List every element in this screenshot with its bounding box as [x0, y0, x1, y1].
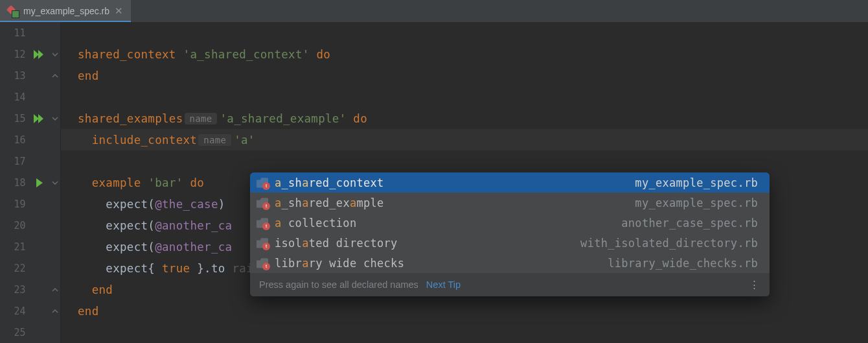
shared-group-icon: t: [257, 238, 268, 248]
line-number: 11: [0, 27, 31, 39]
gutter-row: 24: [0, 300, 60, 322]
shared-group-icon: t: [257, 218, 268, 228]
gutter-row: 18: [0, 172, 60, 193]
svg-marker-1: [38, 50, 43, 59]
line-number: 13: [0, 70, 31, 82]
fold-toggle-icon[interactable]: [51, 179, 59, 187]
run-all-icon[interactable]: [34, 50, 47, 59]
completion-item-label: library wide checks: [275, 257, 404, 270]
gutter-row: 14: [0, 86, 60, 108]
run-icon[interactable]: [36, 178, 44, 187]
fold-toggle-icon[interactable]: [51, 51, 59, 58]
svg-marker-0: [34, 50, 39, 59]
line-number: 15: [0, 113, 31, 124]
code-line[interactable]: include_contextname'a': [61, 129, 868, 150]
line-number: 19: [0, 198, 31, 210]
run-all-icon[interactable]: [34, 114, 47, 123]
gutter-row: 23: [0, 279, 60, 300]
line-number: 17: [0, 156, 31, 167]
completion-item-path: library_wide_checks.rb: [608, 257, 758, 270]
line-number: 23: [0, 284, 31, 296]
line-number: 12: [0, 49, 31, 60]
fold-toggle-icon[interactable]: [51, 115, 59, 123]
line-number: 20: [0, 220, 31, 231]
svg-marker-2: [34, 114, 39, 123]
fold-toggle-icon[interactable]: [51, 286, 59, 294]
completion-item-label: a collection: [275, 217, 356, 230]
completion-item[interactable]: tisolated directorywith_isolated_directo…: [250, 233, 770, 253]
editor-tabbar: my_example_spec.rb ✕: [0, 0, 868, 22]
editor-gutter: 11 12 13 14 15 16 17 18: [0, 22, 61, 343]
completion-item-label: isolated directory: [275, 237, 398, 250]
gutter-row: 11: [0, 22, 60, 43]
gutter-row: 22: [0, 257, 60, 279]
shared-group-icon: t: [257, 178, 268, 188]
gutter-row: 19: [0, 193, 60, 215]
gutter-row: 12: [0, 43, 60, 65]
line-number: 22: [0, 263, 31, 274]
param-hint: name: [198, 134, 231, 146]
svg-marker-4: [36, 178, 43, 187]
svg-marker-3: [38, 114, 43, 123]
code-line[interactable]: [61, 322, 868, 343]
file-tab[interactable]: my_example_spec.rb ✕: [0, 0, 131, 22]
file-tab-label: my_example_spec.rb: [23, 6, 109, 16]
param-hint: name: [185, 113, 218, 124]
completion-item[interactable]: tlibrary wide checkslibrary_wide_checks.…: [250, 253, 770, 273]
completion-footer-hint: Press again to see all declared names: [259, 279, 418, 290]
line-number: 24: [0, 305, 31, 317]
completion-item-path: my_example_spec.rb: [635, 176, 758, 189]
completion-item-path: another_case_spec.rb: [621, 217, 758, 230]
close-icon[interactable]: ✕: [115, 5, 123, 17]
gutter-row: 16: [0, 129, 60, 150]
completion-item[interactable]: ta_shared_contextmy_example_spec.rb: [250, 172, 770, 193]
completion-item[interactable]: ta collectionanother_case_spec.rb: [250, 213, 770, 233]
gutter-row: 21: [0, 236, 60, 257]
shared-group-icon: t: [257, 258, 268, 268]
line-number: 21: [0, 241, 31, 253]
gutter-row: 20: [0, 215, 60, 236]
code-line[interactable]: [61, 150, 868, 172]
fold-toggle-icon[interactable]: [51, 307, 59, 315]
completion-item[interactable]: ta_shared_examplemy_example_spec.rb: [250, 193, 770, 213]
fold-toggle-icon[interactable]: [51, 72, 59, 80]
code-editor[interactable]: 11 12 13 14 15 16 17 18: [0, 22, 868, 343]
gutter-row: 15: [0, 108, 60, 129]
completion-popup-footer: Press again to see all declared namesNex…: [250, 273, 770, 296]
completion-item-path: with_isolated_directory.rb: [580, 237, 758, 250]
code-line[interactable]: [61, 22, 868, 43]
ruby-spec-file-icon: [6, 5, 18, 17]
code-line[interactable]: [61, 86, 868, 108]
gutter-row: 17: [0, 150, 60, 172]
shared-group-icon: t: [257, 198, 268, 208]
completion-popup[interactable]: ta_shared_contextmy_example_spec.rbta_sh…: [250, 172, 770, 296]
code-line[interactable]: shared_context 'a_shared_context' do: [61, 43, 868, 65]
next-tip-link[interactable]: Next Tip: [426, 279, 461, 290]
completion-item-label: a_shared_example: [275, 196, 384, 209]
line-number: 16: [0, 134, 31, 146]
gutter-row: 25: [0, 322, 60, 343]
line-number: 14: [0, 91, 31, 103]
code-line[interactable]: end: [61, 65, 868, 86]
completion-item-path: my_example_spec.rb: [635, 196, 758, 209]
more-menu-icon[interactable]: ⋮: [749, 279, 760, 290]
line-number: 18: [0, 177, 31, 189]
gutter-row: 13: [0, 65, 60, 86]
completion-item-label: a_shared_context: [275, 176, 384, 189]
code-line[interactable]: shared_examplesname'a_shared_example' do: [61, 108, 868, 129]
line-number: 25: [0, 327, 31, 338]
code-line[interactable]: end: [61, 300, 868, 322]
